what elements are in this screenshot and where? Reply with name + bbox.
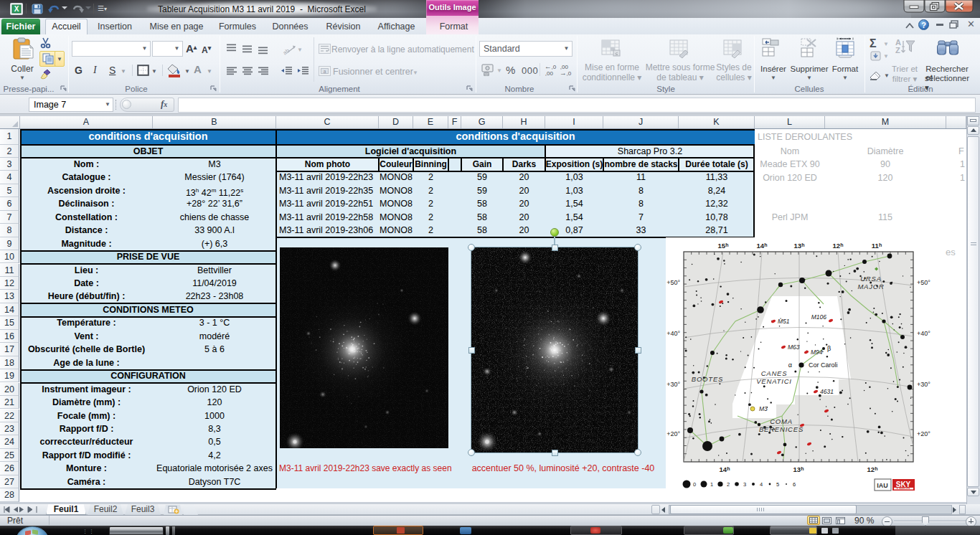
svg-text:IAU: IAU (877, 482, 888, 489)
svg-text:12h: 12h (833, 242, 844, 250)
svg-text:BOOTES: BOOTES (692, 375, 723, 383)
svg-text:+30°: +30° (666, 381, 680, 388)
svg-text:+50°: +50° (666, 279, 680, 286)
svg-text:+50°: +50° (917, 279, 930, 286)
svg-text:+40°: +40° (917, 330, 930, 337)
svg-text:a: a (324, 69, 326, 74)
svg-text:& TELESCOPE: & TELESCOPE (897, 487, 910, 490)
svg-text:4631: 4631 (820, 388, 834, 395)
svg-text:M3: M3 (759, 405, 768, 412)
svg-text:M63: M63 (788, 344, 800, 351)
svg-text:14h: 14h (757, 242, 768, 250)
svg-text:COMA: COMA (770, 417, 793, 425)
svg-text:15h: 15h (718, 242, 729, 250)
svg-text:3: 3 (743, 481, 746, 488)
svg-text:1: 1 (710, 481, 713, 488)
svg-text:12h: 12h (867, 465, 878, 473)
svg-text:5: 5 (776, 481, 779, 488)
svg-text:BERENICES: BERENICES (759, 425, 804, 433)
svg-text:4: 4 (760, 481, 763, 488)
svg-text:SKY: SKY (896, 480, 911, 488)
svg-text:+30°: +30° (917, 381, 930, 388)
svg-text:M94: M94 (811, 349, 823, 356)
svg-text:URSA: URSA (860, 275, 882, 283)
svg-text:13h: 13h (794, 242, 805, 250)
svg-text:Cor Caroli: Cor Caroli (809, 361, 838, 369)
svg-text:Z: Z (895, 46, 900, 55)
svg-text:6: 6 (793, 481, 796, 488)
svg-text:0: 0 (693, 481, 696, 488)
svg-text:CANES: CANES (761, 369, 788, 377)
svg-text:X: X (14, 5, 19, 13)
svg-text:M51: M51 (778, 318, 790, 325)
svg-text:13h: 13h (793, 465, 804, 473)
svg-text:α: α (788, 361, 792, 369)
svg-text:2: 2 (727, 481, 730, 488)
svg-text:14h: 14h (720, 465, 730, 473)
svg-text:≤: ≤ (616, 51, 618, 56)
svg-text:+20°: +20° (666, 430, 680, 437)
svg-text:11h: 11h (872, 242, 882, 250)
svg-text:VENATICI: VENATICI (756, 377, 792, 385)
svg-text:β: β (827, 345, 831, 352)
svg-text:M106: M106 (811, 313, 827, 321)
svg-text:+20°: +20° (917, 430, 930, 437)
svg-text:MAJOR: MAJOR (857, 283, 884, 290)
svg-text:+40°: +40° (666, 330, 680, 337)
